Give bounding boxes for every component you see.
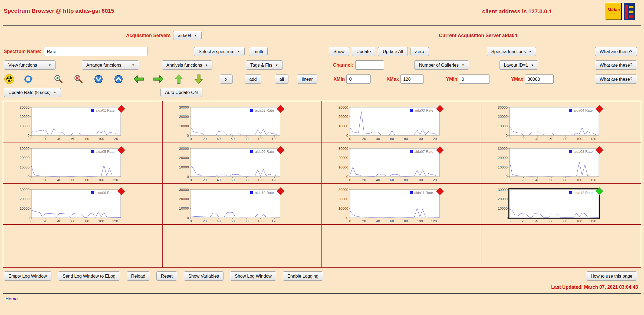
- x-tick-label: 120: [112, 178, 118, 182]
- arrow-right-icon[interactable]: [153, 74, 164, 84]
- gallery-cell-aida05[interactable]: 0100002000030000020406080100120aida05 Ra…: [3, 142, 163, 184]
- client-address: client address is 127.0.0.1: [482, 8, 552, 15]
- y-tick-label: 0: [28, 175, 29, 179]
- x-tick-label: 80: [563, 178, 567, 182]
- how-to-use-button[interactable]: How to use this page: [586, 271, 637, 281]
- refresh-icon[interactable]: [23, 74, 34, 84]
- reset-button[interactable]: Reset: [156, 271, 177, 281]
- linear-button[interactable]: linear: [297, 74, 317, 84]
- x-tick-label: 0: [349, 219, 351, 223]
- scroll-up-icon[interactable]: [113, 74, 124, 84]
- y-tick-label: 10000: [498, 165, 508, 169]
- ymin-input[interactable]: [459, 74, 490, 84]
- send-log-to-elog-button[interactable]: Send Log Window to ELog: [58, 271, 120, 281]
- acquisition-row: Acquisition Servers aida04▼ Current Acqu…: [3, 30, 641, 41]
- x-button[interactable]: x: [220, 74, 233, 84]
- arrow-up-icon[interactable]: [173, 74, 184, 84]
- gallery-cell-aida08[interactable]: 0100002000030000020406080100120aida08 Ra…: [481, 142, 641, 184]
- what-are-these-button-2[interactable]: What are these?: [595, 60, 637, 70]
- gallery-cell-aida09[interactable]: 0100002000030000020406080100120aida09 Ra…: [3, 184, 163, 225]
- x-tick-label: 120: [112, 137, 118, 141]
- gallery-cell-empty-3: [322, 225, 481, 267]
- y-tick-label: 30000: [179, 105, 189, 109]
- layout-id-dropdown[interactable]: Layout ID=1▼: [499, 60, 538, 70]
- gallery-grid: 0100002000030000020406080100120aida01 Ra…: [3, 101, 641, 268]
- x-tick-label: 20: [362, 137, 366, 141]
- radiation-icon[interactable]: ☢: [4, 74, 15, 84]
- xmin-input[interactable]: [346, 74, 371, 84]
- gallery-cell-aida03[interactable]: 0100002000030000020406080100120aida03 Ra…: [322, 101, 481, 142]
- spectrum-name-input[interactable]: [44, 47, 147, 56]
- gallery-cell-aida11[interactable]: 0100002000030000020406080100120aida11 Ra…: [322, 184, 481, 225]
- y-tick-label: 0: [28, 134, 29, 138]
- view-functions-dropdown[interactable]: View functions▼: [4, 60, 56, 70]
- y-tick-label: 0: [506, 216, 508, 220]
- functions-row: View functions▼ Arrange functions▼ Analy…: [3, 60, 641, 70]
- home-link[interactable]: Home: [5, 296, 18, 302]
- x-tick-label: 80: [245, 178, 248, 182]
- reload-button[interactable]: Reload: [127, 271, 150, 281]
- select-spectrum-label: Select a spectrum: [199, 49, 234, 54]
- multi-button[interactable]: multi: [249, 47, 268, 56]
- y-tick-label: 30000: [498, 105, 508, 109]
- scroll-down-icon[interactable]: [93, 74, 104, 84]
- x-tick-label: 20: [521, 219, 525, 223]
- acquisition-server-select[interactable]: aida04▼: [173, 31, 201, 40]
- facility-logo: [624, 3, 635, 20]
- analysis-functions-dropdown[interactable]: Analysis functions▼: [162, 60, 212, 70]
- y-tick-label: 20000: [498, 115, 508, 119]
- x-tick-label: 80: [245, 137, 248, 141]
- update-rate-dropdown[interactable]: Update Rate (8 secs)▼: [4, 88, 61, 97]
- x-tick-label: 100: [258, 137, 264, 141]
- update-all-button[interactable]: Update All: [378, 47, 408, 56]
- empty-log-window-button[interactable]: Empty Log Window: [4, 271, 51, 281]
- x-tick-label: 100: [98, 219, 104, 223]
- arrange-functions-dropdown[interactable]: Arrange functions▼: [82, 60, 139, 70]
- x-tick-label: 20: [43, 219, 47, 223]
- what-are-these-button-1[interactable]: What are these?: [595, 47, 637, 56]
- arrow-down-icon[interactable]: [193, 74, 204, 84]
- show-button[interactable]: Show: [329, 47, 349, 56]
- x-tick-label: 20: [362, 219, 366, 223]
- y-tick-label: 30000: [498, 188, 508, 192]
- spectra-functions-dropdown[interactable]: Spectra functions▼: [487, 47, 536, 56]
- what-are-these-button-3[interactable]: What are these?: [595, 74, 637, 84]
- show-log-window-button[interactable]: Show Log Window: [230, 271, 276, 281]
- gallery-cell-aida12[interactable]: 0100002000030000020406080100120aida12 Ra…: [481, 184, 641, 225]
- spectrum-name-label: Spectrum Name:: [4, 49, 41, 54]
- legend-label: aida07 Rate: [414, 150, 433, 154]
- gallery-cell-empty-4: [481, 225, 641, 267]
- arrow-left-icon[interactable]: [133, 74, 144, 84]
- y-tick-label: 10000: [339, 165, 348, 169]
- gallery-cell-empty-2: [163, 225, 322, 267]
- update-button[interactable]: Update: [352, 47, 375, 56]
- x-tick-label: 80: [404, 137, 408, 141]
- number-of-galleries-dropdown[interactable]: Number of Galleries▼: [414, 60, 469, 70]
- x-tick-label: 20: [521, 178, 525, 182]
- zoom-in-icon[interactable]: [53, 74, 64, 84]
- zero-button[interactable]: Zero: [410, 47, 429, 56]
- gallery-cell-aida04[interactable]: 0100002000030000020406080100120aida04 Ra…: [481, 101, 641, 142]
- add-button[interactable]: add: [245, 74, 261, 84]
- x-tick-label: 40: [376, 219, 380, 223]
- ymax-input[interactable]: [525, 74, 554, 84]
- x-tick-label: 60: [71, 137, 75, 141]
- xmax-input[interactable]: [400, 74, 424, 84]
- y-tick-label: 30000: [20, 147, 29, 151]
- all-button[interactable]: all: [275, 74, 289, 84]
- gallery-cell-aida07[interactable]: 0100002000030000020406080100120aida07 Ra…: [322, 142, 481, 184]
- arrange-functions-label: Arrange functions: [86, 63, 121, 68]
- gallery-cell-aida06[interactable]: 0100002000030000020406080100120aida06 Ra…: [163, 142, 322, 184]
- enable-logging-button[interactable]: Enable Logging: [283, 271, 323, 281]
- legend-swatch: [410, 109, 413, 112]
- auto-update-button[interactable]: Auto Update ON: [160, 88, 202, 97]
- select-spectrum-dropdown[interactable]: Select a spectrum▼: [194, 47, 245, 56]
- channel-input[interactable]: [355, 60, 384, 70]
- gallery-cell-aida01[interactable]: 0100002000030000020406080100120aida01 Ra…: [3, 101, 163, 142]
- x-tick-label: 100: [98, 178, 104, 182]
- gallery-cell-aida10[interactable]: 0100002000030000020406080100120aida10 Ra…: [163, 184, 322, 225]
- show-variables-button[interactable]: Show Variables: [184, 271, 224, 281]
- gallery-cell-aida02[interactable]: 0100002000030000020406080100120aida02 Ra…: [163, 101, 322, 142]
- zoom-out-icon[interactable]: [73, 74, 84, 84]
- tags-fits-dropdown[interactable]: Tags & Fits▼: [246, 60, 283, 70]
